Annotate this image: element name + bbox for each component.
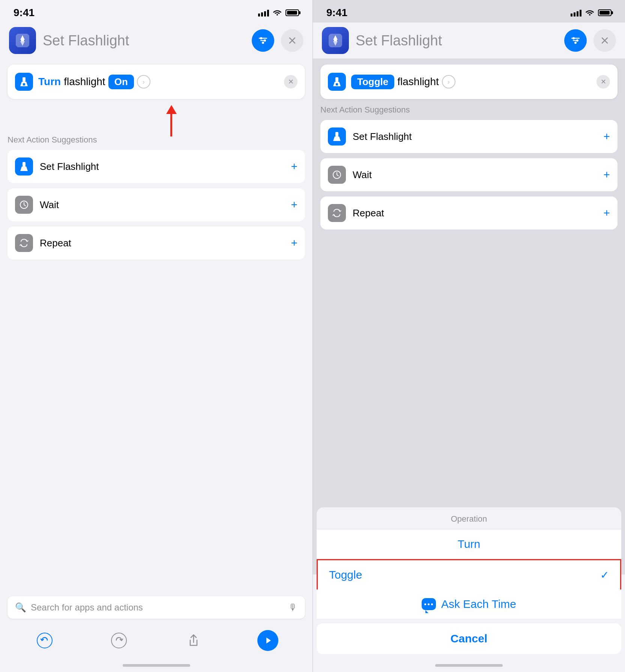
suggestion-add-repeat-right[interactable]: + — [603, 207, 610, 219]
search-icon-left: 🔍 — [15, 602, 26, 613]
home-bar-right — [435, 664, 503, 667]
mic-icon-left[interactable]: 🎙 — [288, 602, 297, 613]
svg-rect-11 — [23, 83, 25, 86]
svg-line-15 — [24, 205, 26, 206]
header-title-left: Set Flashlight — [43, 33, 245, 49]
search-bar-left[interactable]: 🔍 Search for apps and actions 🎙 — [8, 596, 305, 619]
app-icon-right — [322, 27, 349, 54]
action-text-left: Turn flashlight On › — [38, 75, 279, 89]
suggestion-flashlight-icon-left — [15, 158, 33, 176]
flashlight-icon-left — [15, 73, 33, 91]
ask-dot-1 — [424, 603, 426, 605]
suggestion-flashlight-label-left: Set Flashlight — [40, 161, 284, 172]
action-sheet-cancel-button[interactable]: Cancel — [317, 623, 621, 654]
svg-rect-29 — [335, 77, 338, 82]
action-on-token[interactable]: On — [108, 75, 134, 89]
battery-icon-right — [598, 9, 611, 16]
svg-point-17 — [111, 633, 126, 648]
undo-button-left[interactable] — [34, 630, 55, 651]
suggestion-flashlight-icon-right — [328, 128, 346, 146]
action-sheet-ask-item[interactable]: Ask Each Time — [317, 590, 621, 619]
wifi-icon-left — [273, 9, 282, 17]
app-icon-left — [9, 27, 36, 54]
svg-rect-20 — [334, 40, 337, 41]
action-text-right: Toggle flashlight › — [351, 75, 591, 89]
suggestion-add-repeat-left[interactable]: + — [291, 237, 297, 249]
svg-point-26 — [574, 42, 577, 44]
signal-icon-right — [571, 9, 581, 16]
action-card-left[interactable]: Turn flashlight On › ✕ — [8, 64, 305, 99]
suggestion-wait-label-right: Wait — [353, 169, 596, 181]
suggestion-wait-right[interactable]: Wait + — [320, 158, 617, 191]
search-placeholder-left: Search for apps and actions — [31, 602, 284, 613]
suggestion-add-flashlight-left[interactable]: + — [291, 160, 297, 173]
svg-line-34 — [337, 175, 338, 176]
suggestion-flashlight-label-right: Set Flashlight — [353, 131, 596, 142]
action-sheet-turn-label: Turn — [458, 538, 481, 550]
share-button-left[interactable] — [183, 630, 204, 651]
bottom-toolbar-left — [0, 624, 312, 658]
close-button-right[interactable] — [593, 29, 616, 52]
svg-rect-12 — [23, 162, 26, 166]
wifi-icon-right — [585, 9, 594, 17]
play-button-left[interactable] — [257, 630, 278, 651]
svg-point-24 — [572, 37, 575, 39]
home-indicator-right — [313, 658, 625, 672]
suggestions-label-left: Next Action Suggestions — [8, 135, 305, 145]
status-time-right: 9:41 — [326, 7, 347, 19]
redo-button-left[interactable] — [108, 630, 129, 651]
svg-point-7 — [262, 42, 264, 44]
right-panel: 9:41 Set Flashlight — [312, 0, 625, 672]
header-right: Set Flashlight — [313, 22, 625, 58]
left-panel: 9:41 Set Flashlight — [0, 0, 312, 672]
suggestion-add-wait-left[interactable]: + — [291, 198, 297, 211]
suggestion-wait-icon-left — [15, 196, 33, 214]
svg-point-5 — [260, 37, 262, 39]
svg-point-25 — [576, 39, 578, 42]
svg-rect-10 — [23, 77, 26, 82]
action-card-right[interactable]: Toggle flashlight › ✕ — [320, 64, 617, 99]
action-flashlight-label: flashlight — [64, 76, 105, 88]
suggestions-right: Next Action Suggestions Set Flashlight +… — [313, 105, 625, 235]
action-sheet: Operation Turn Toggle ✓ Ask Each Time — [313, 507, 625, 672]
filter-button-right[interactable] — [564, 29, 587, 52]
svg-rect-31 — [335, 132, 338, 136]
suggestion-repeat-icon-right — [328, 204, 346, 222]
action-close-right[interactable]: ✕ — [596, 75, 610, 88]
action-chevron-right[interactable]: › — [442, 75, 455, 88]
signal-icon-left — [258, 9, 269, 16]
suggestion-add-wait-right[interactable]: + — [603, 168, 610, 181]
action-toggle-token[interactable]: Toggle — [351, 75, 394, 89]
suggestion-wait-left[interactable]: Wait + — [8, 188, 305, 221]
action-sheet-turn-item[interactable]: Turn — [317, 530, 621, 559]
checkmark-icon: ✓ — [600, 569, 609, 581]
suggestion-repeat-right[interactable]: Repeat + — [320, 196, 617, 230]
ask-dot-3 — [431, 603, 433, 605]
suggestion-add-flashlight-right[interactable]: + — [603, 130, 610, 143]
status-bar-left: 9:41 — [0, 0, 312, 22]
suggestion-set-flashlight-left[interactable]: Set Flashlight + — [8, 150, 305, 183]
search-bar-container-left: 🔍 Search for apps and actions 🎙 — [0, 591, 312, 624]
home-bar-left — [123, 664, 190, 667]
suggestion-repeat-label-right: Repeat — [353, 207, 596, 219]
home-indicator-left — [0, 658, 312, 672]
action-close-left[interactable]: ✕ — [284, 75, 297, 88]
bottom-section-left: 🔍 Search for apps and actions 🎙 — [0, 591, 312, 672]
suggestion-repeat-left[interactable]: Repeat + — [8, 226, 305, 260]
battery-icon-left — [285, 9, 299, 16]
ask-dot-2 — [428, 603, 430, 605]
action-chevron-left[interactable]: › — [137, 75, 150, 88]
suggestion-wait-label-left: Wait — [40, 199, 284, 211]
action-sheet-toggle-item[interactable]: Toggle ✓ — [317, 559, 621, 590]
action-sheet-header: Operation — [317, 507, 621, 530]
status-icons-right — [571, 9, 611, 17]
filter-button-left[interactable] — [252, 29, 274, 52]
ask-bubble-dots — [424, 603, 433, 605]
suggestion-set-flashlight-right[interactable]: Set Flashlight + — [320, 120, 617, 153]
action-sheet-main: Operation Turn Toggle ✓ Ask Each Time — [317, 507, 621, 619]
close-button-left[interactable] — [281, 29, 303, 52]
suggestion-repeat-label-left: Repeat — [40, 237, 284, 249]
suggestion-repeat-icon-left — [15, 234, 33, 252]
suggestions-label-right: Next Action Suggestions — [320, 105, 617, 115]
flashlight-icon-right — [328, 73, 346, 91]
